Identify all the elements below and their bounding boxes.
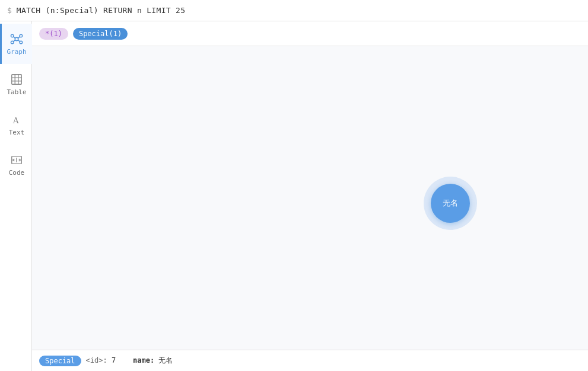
sidebar-item-table-label: Table bbox=[7, 88, 26, 96]
svg-line-7 bbox=[14, 40, 15, 41]
svg-rect-9 bbox=[12, 74, 22, 84]
sidebar-item-code-label: Code bbox=[9, 169, 25, 177]
sidebar-item-graph[interactable]: Graph bbox=[0, 24, 32, 64]
main-area: Graph Table A Text bbox=[0, 21, 588, 371]
node-container: 无名 bbox=[424, 177, 477, 230]
status-bar: Special <id>: 7 name: 无名 bbox=[32, 350, 588, 371]
graph-canvas[interactable]: 无名 bbox=[32, 46, 588, 350]
query-text: MATCH (n:Special) RETURN n LIMIT 25 bbox=[17, 6, 185, 15]
sidebar: Graph Table A Text bbox=[0, 21, 32, 371]
svg-line-6 bbox=[18, 36, 20, 38]
tag-bar: *(1) Special(1) bbox=[32, 21, 588, 46]
sidebar-item-text-label: Text bbox=[9, 129, 25, 136]
table-icon bbox=[10, 73, 23, 86]
svg-point-2 bbox=[20, 34, 23, 37]
right-panel: *(1) Special(1) 无名 Special <id>: 7 name:… bbox=[32, 21, 588, 371]
svg-line-5 bbox=[14, 36, 15, 38]
query-bar: $ MATCH (n:Special) RETURN n LIMIT 25 bbox=[0, 0, 588, 21]
node-outer-ring: 无名 bbox=[424, 177, 477, 230]
sidebar-item-graph-label: Graph bbox=[7, 48, 26, 56]
svg-line-8 bbox=[18, 40, 20, 41]
svg-point-3 bbox=[11, 41, 14, 44]
tag-special[interactable]: Special(1) bbox=[73, 28, 128, 40]
graph-node[interactable]: 无名 bbox=[431, 184, 470, 223]
code-icon bbox=[10, 153, 23, 167]
svg-text:A: A bbox=[13, 115, 20, 124]
svg-point-4 bbox=[20, 41, 23, 44]
graph-icon bbox=[10, 33, 23, 46]
sidebar-item-text[interactable]: A Text bbox=[0, 104, 32, 145]
id-value: 7 bbox=[112, 356, 116, 364]
name-value: 无名 bbox=[158, 356, 173, 364]
tag-asterisk[interactable]: *(1) bbox=[39, 28, 68, 40]
sidebar-item-table[interactable]: Table bbox=[0, 64, 32, 104]
svg-point-1 bbox=[11, 34, 14, 37]
sidebar-item-code[interactable]: Code bbox=[0, 145, 32, 185]
dollar-sign: $ bbox=[7, 6, 12, 15]
status-text: <id>: 7 name: 无名 bbox=[86, 356, 173, 366]
status-label-tag: Special bbox=[39, 356, 81, 366]
name-field-label: name: bbox=[133, 356, 154, 364]
text-icon: A bbox=[10, 113, 23, 126]
id-field-brackets: <id>: bbox=[86, 356, 107, 364]
